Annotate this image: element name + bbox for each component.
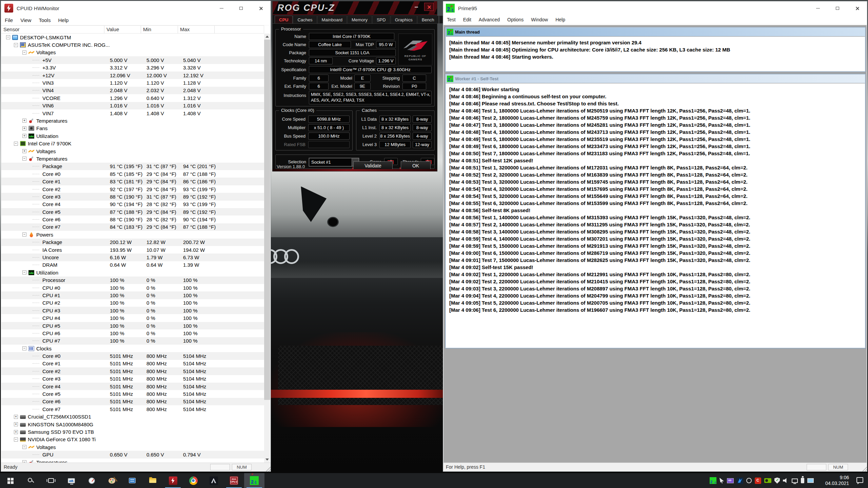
sensor-row[interactable]: Core #7 84 °C (183 °F) 29 °C (84 °F) 87 … bbox=[1, 223, 264, 231]
sensor-row[interactable]: − Utilization bbox=[1, 269, 264, 276]
sensor-row[interactable]: Core #3 88 °C (190 °F) 31 °C (87 °F) 89 … bbox=[1, 193, 264, 200]
main-thread-titlebar[interactable]: Main thread bbox=[446, 28, 865, 36]
menu-item[interactable]: Tools bbox=[35, 17, 54, 23]
expand-toggle-icon[interactable]: + bbox=[22, 149, 26, 153]
tray-network-icon[interactable] bbox=[792, 479, 798, 483]
tab[interactable]: Memory bbox=[347, 16, 372, 23]
expand-toggle-icon[interactable]: − bbox=[6, 35, 10, 39]
sensor-row[interactable]: Core #1 5101 MHz 800 MHz 5104 MHz bbox=[1, 360, 264, 367]
sensor-row[interactable]: − Voltages bbox=[1, 49, 264, 56]
sensor-row[interactable]: Package 91 °C (195 °F) 31 °C (87 °F) 94 … bbox=[1, 163, 264, 170]
sensor-row[interactable]: CPU #0 100 % 0 % 100 % bbox=[1, 284, 264, 291]
maximize-button[interactable] bbox=[828, 1, 847, 15]
tray-app-blue-icon[interactable] bbox=[737, 477, 743, 484]
sensor-row[interactable]: CPU #1 100 % 0 % 100 % bbox=[1, 291, 264, 299]
scroll-down-icon[interactable] bbox=[265, 459, 269, 461]
close-button[interactable] bbox=[424, 3, 434, 11]
menu-item[interactable]: File bbox=[1, 17, 17, 23]
sensor-row[interactable]: Core #2 5101 MHz 800 MHz 5104 MHz bbox=[1, 367, 264, 375]
scroll-up-icon[interactable] bbox=[265, 36, 269, 38]
tray-pointer-icon[interactable] bbox=[719, 478, 724, 484]
worker-window[interactable]: Worker #1 - Self-Test [Mar 4 08:46] Work… bbox=[445, 74, 866, 348]
sensor-row[interactable]: DRAM 0.64 W 0.64 W 1.39 W bbox=[1, 261, 264, 269]
maximize-button[interactable] bbox=[231, 1, 251, 15]
taskbar-item-system-info[interactable] bbox=[122, 473, 142, 488]
sensor-row[interactable]: Core #6 88 °C (190 °F) 28 °C (82 °F) 90 … bbox=[1, 216, 264, 223]
column-header-value[interactable]: Value bbox=[104, 26, 141, 33]
sensor-row[interactable]: + Crucial_CT256MX100SSD1 bbox=[1, 413, 264, 421]
sensor-row[interactable]: Core #7 5101 MHz 800 MHz 5104 MHz bbox=[1, 405, 264, 413]
sensor-row[interactable]: Core #5 5101 MHz 800 MHz 5104 MHz bbox=[1, 390, 264, 398]
sensor-row[interactable]: CPU #4 100 % 0 % 100 % bbox=[1, 314, 264, 322]
sensor-row[interactable]: + Fans bbox=[1, 125, 264, 132]
taskbar-item-prime95[interactable] bbox=[244, 473, 264, 488]
worker-titlebar[interactable]: Worker #1 - Self-Test bbox=[446, 75, 865, 83]
action-center-icon[interactable] bbox=[856, 477, 863, 483]
sensor-row[interactable]: − DESKTOP-LSMKGTM bbox=[1, 34, 264, 41]
task-view-button[interactable] bbox=[41, 473, 61, 488]
sensor-row[interactable]: Core #3 5101 MHz 800 MHz 5104 MHz bbox=[1, 375, 264, 383]
tray-nvidia-icon[interactable] bbox=[764, 478, 771, 483]
sensor-row[interactable]: Core #1 83 °C (181 °F) 29 °C (84 °F) 86 … bbox=[1, 178, 264, 185]
menu-item[interactable]: View bbox=[17, 17, 35, 23]
menu-item[interactable]: Help bbox=[54, 17, 72, 23]
tray-fps-counter-icon[interactable] bbox=[727, 478, 734, 483]
expand-toggle-icon[interactable]: + bbox=[14, 422, 18, 426]
column-header-min[interactable]: Min bbox=[141, 26, 178, 33]
column-header-sensor[interactable]: Sensor bbox=[1, 26, 104, 33]
resize-grip[interactable] bbox=[861, 465, 867, 471]
prime95-titlebar[interactable]: Prime95 bbox=[443, 1, 867, 15]
sensor-row[interactable]: CPU #5 100 % 0 % 100 % bbox=[1, 322, 264, 329]
expand-toggle-icon[interactable]: + bbox=[22, 126, 26, 130]
resize-grip[interactable] bbox=[264, 465, 271, 471]
sensor-row[interactable]: − NVIDIA GeForce GTX 1080 Ti bbox=[1, 436, 264, 443]
menu-item[interactable]: Window bbox=[527, 17, 552, 22]
sensor-row[interactable]: Core #2 92 °C (197 °F) 29 °C (84 °F) 93 … bbox=[1, 185, 264, 193]
sensor-row[interactable]: Uncore 6.16 W 1.79 W 6.73 W bbox=[1, 253, 264, 261]
taskbar-item-file-explorer[interactable] bbox=[142, 473, 163, 488]
sensor-row[interactable]: VIN6 1.016 V 1.016 V 1.016 V bbox=[1, 102, 264, 109]
column-header-max[interactable]: Max bbox=[178, 26, 215, 33]
sensor-row[interactable]: − ASUSTeK COMPUTER INC. ROG... bbox=[1, 41, 264, 48]
main-thread-window[interactable]: Main thread [Main thread Mar 4 08:45] Me… bbox=[445, 27, 866, 72]
sensor-row[interactable]: IA Cores 193.95 W 10.07 W 194.02 W bbox=[1, 246, 264, 253]
expand-toggle-icon[interactable]: + bbox=[22, 134, 26, 138]
close-button[interactable] bbox=[251, 1, 271, 15]
tab[interactable]: Graphics bbox=[391, 16, 417, 23]
expand-toggle-icon[interactable]: − bbox=[22, 50, 26, 55]
menu-item[interactable]: Advanced bbox=[475, 17, 504, 22]
start-button[interactable] bbox=[0, 473, 20, 488]
sensor-row[interactable]: +3.3V 3.312 V 3.296 V 3.328 V bbox=[1, 64, 264, 72]
tray-defender-icon[interactable] bbox=[774, 477, 780, 484]
tray-red-c-icon[interactable] bbox=[755, 477, 761, 484]
scrollbar-thumb[interactable] bbox=[264, 40, 270, 400]
taskbar-item-paint[interactable] bbox=[102, 473, 122, 488]
socket-selector[interactable]: Socket #1 bbox=[309, 158, 359, 166]
sensor-row[interactable]: Core #0 85 °C (185 °F) 29 °C (84 °F) 87 … bbox=[1, 170, 264, 178]
expand-toggle-icon[interactable]: − bbox=[14, 438, 18, 442]
tab[interactable]: CPU bbox=[275, 16, 293, 23]
sensor-row[interactable]: − Temperatures bbox=[1, 459, 264, 463]
sensor-row[interactable]: VIN4 2.048 V 2.032 V 2.048 V bbox=[1, 87, 264, 94]
sensor-row[interactable]: − Temperatures bbox=[1, 155, 264, 162]
search-button[interactable] bbox=[20, 473, 41, 488]
vertical-scrollbar[interactable] bbox=[264, 34, 270, 463]
taskbar-item-performance-monitor[interactable] bbox=[61, 473, 81, 488]
tray-usb-icon[interactable] bbox=[801, 478, 804, 483]
sensor-row[interactable]: GPU 0.650 V 0.650 V 0.794 V bbox=[1, 451, 264, 458]
expand-toggle-icon[interactable]: − bbox=[14, 43, 18, 47]
expand-toggle-icon[interactable]: − bbox=[22, 445, 26, 449]
expand-toggle-icon[interactable]: + bbox=[14, 430, 18, 434]
sensor-row[interactable]: + Samsung SSD 970 EVO 1TB bbox=[1, 428, 264, 435]
taskbar-item-hwmonitor[interactable] bbox=[163, 473, 183, 488]
sensor-row[interactable]: + KINGSTON SA1000M8480G bbox=[1, 421, 264, 428]
sensor-row[interactable]: VIN3 1.120 V 1.120 V 1.128 V bbox=[1, 79, 264, 86]
expand-toggle-icon[interactable]: − bbox=[22, 460, 26, 463]
sensor-row[interactable]: VCORE 1.296 V 0.640 V 1.312 V bbox=[1, 94, 264, 102]
expand-toggle-icon[interactable]: − bbox=[22, 232, 26, 237]
tray-ring-icon[interactable] bbox=[746, 478, 752, 483]
sensor-row[interactable]: − Clocks bbox=[1, 345, 264, 352]
sensor-row[interactable]: Package 200.12 W 12.82 W 200.72 W bbox=[1, 239, 264, 246]
sensor-row[interactable]: + Temperatures bbox=[1, 117, 264, 124]
expand-toggle-icon[interactable]: − bbox=[14, 142, 18, 146]
